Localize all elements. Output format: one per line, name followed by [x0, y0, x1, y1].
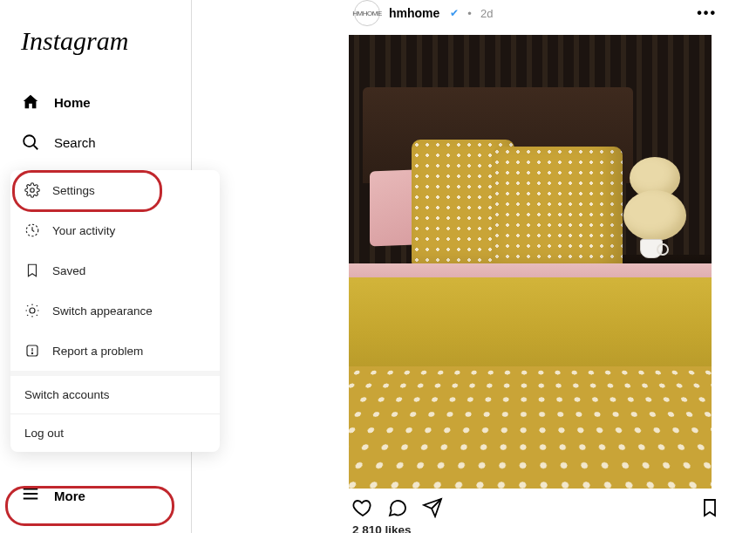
save-button[interactable]: [699, 497, 720, 518]
menu-logout[interactable]: Log out: [10, 414, 220, 452]
separator-dot: •: [467, 7, 472, 20]
nav-home-label: Home: [54, 95, 91, 110]
menu-switch-accounts-label: Switch accounts: [24, 388, 110, 401]
post-options-button[interactable]: •••: [697, 5, 717, 21]
nav-search[interactable]: Search: [10, 122, 180, 162]
svg-point-0: [24, 135, 35, 147]
comment-button[interactable]: [387, 497, 408, 518]
menu-report-problem[interactable]: Report a problem: [10, 331, 220, 371]
nav-home[interactable]: Home: [10, 82, 180, 122]
svg-point-18: [31, 352, 32, 353]
settings-icon: [24, 182, 40, 198]
svg-line-14: [37, 305, 37, 306]
menu-switch-accounts[interactable]: Switch accounts: [10, 376, 220, 413]
image-lamp: [623, 157, 687, 244]
share-button[interactable]: [422, 497, 443, 518]
nav-more-label: More: [54, 489, 85, 503]
svg-point-5: [31, 188, 35, 193]
menu-appearance-label: Switch appearance: [52, 304, 153, 318]
verified-badge-icon: ✔: [450, 7, 459, 19]
menu-your-activity[interactable]: Your activity: [10, 210, 220, 250]
like-button[interactable]: [352, 497, 373, 518]
report-icon: [24, 343, 40, 359]
post-actions: [349, 489, 724, 522]
menu-switch-appearance[interactable]: Switch appearance: [10, 290, 220, 331]
svg-line-13: [37, 315, 37, 316]
menu-settings[interactable]: Settings: [10, 170, 220, 210]
svg-line-15: [27, 315, 28, 316]
image-pillow-2: [492, 147, 623, 276]
post-timestamp: 2d: [480, 7, 493, 20]
hamburger-icon: [21, 484, 40, 507]
instagram-logo[interactable]: Instagram: [10, 26, 180, 56]
svg-line-12: [27, 305, 28, 306]
menu-settings-label: Settings: [52, 184, 95, 197]
home-icon: [21, 92, 40, 112]
menu-report-label: Report a problem: [52, 345, 143, 358]
search-icon: [21, 133, 40, 152]
activity-icon: [24, 222, 40, 238]
post-avatar[interactable]: HMHOME: [354, 0, 380, 26]
feed: HMHOME hmhome ✔ • 2d ••• 2 810 l: [349, 0, 724, 533]
svg-point-7: [30, 308, 35, 313]
svg-line-1: [34, 146, 38, 150]
post-likes-count[interactable]: 2 810 likes: [349, 522, 724, 533]
nav-search-label: Search: [54, 135, 96, 150]
more-menu-popover: Settings Your activity Saved Switch appe…: [10, 170, 220, 452]
theme-icon: [24, 303, 40, 318]
post-image[interactable]: [349, 35, 712, 489]
menu-saved-label: Saved: [52, 264, 85, 277]
bookmark-icon: [24, 263, 40, 278]
menu-logout-label: Log out: [24, 427, 64, 440]
post-username[interactable]: hmhome: [389, 6, 439, 20]
image-duvet-solid: [349, 277, 712, 373]
image-cup: [640, 239, 663, 258]
nav-more[interactable]: More: [10, 474, 96, 517]
image-duvet-pattern: [349, 366, 712, 489]
menu-activity-label: Your activity: [52, 224, 115, 237]
post-header: HMHOME hmhome ✔ • 2d •••: [349, 0, 724, 35]
menu-saved[interactable]: Saved: [10, 250, 220, 290]
